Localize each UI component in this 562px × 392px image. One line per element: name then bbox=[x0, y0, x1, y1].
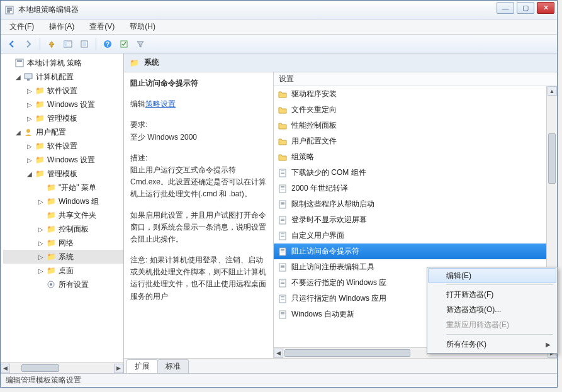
tree-hscrollbar[interactable]: ◀ ▶ bbox=[1, 362, 123, 373]
expander-icon[interactable]: ▷ bbox=[26, 87, 33, 94]
svg-rect-19 bbox=[281, 171, 284, 171]
tree-item[interactable]: 📁"开始" 菜单 bbox=[3, 181, 123, 194]
tree-all-settings[interactable]: 所有设置 bbox=[3, 277, 123, 291]
setting-icon bbox=[278, 262, 288, 272]
expander-icon[interactable]: ▷ bbox=[26, 156, 33, 164]
settings-row[interactable]: 限制这些程序从帮助启动 bbox=[274, 196, 546, 212]
settings-row[interactable]: 用户配置文件 bbox=[274, 133, 546, 149]
scroll-thumb[interactable] bbox=[284, 349, 410, 357]
tree-item[interactable]: ▷📁Windows 组 bbox=[3, 194, 123, 208]
scroll-up-icon[interactable]: ▲ bbox=[548, 86, 557, 96]
svg-rect-14 bbox=[27, 79, 30, 81]
svg-rect-21 bbox=[281, 173, 284, 174]
tree-item[interactable]: 📁共享文件夹 bbox=[3, 208, 123, 222]
settings-row-label: 用户配置文件 bbox=[291, 136, 337, 147]
folder-icon: 📁 bbox=[35, 99, 45, 109]
scroll-right-icon[interactable]: ▶ bbox=[114, 364, 123, 373]
expander-icon[interactable] bbox=[37, 281, 45, 288]
settings-row-label: 文件夹重定向 bbox=[291, 104, 337, 115]
tree-item[interactable]: ▷📁软件设置 bbox=[3, 84, 123, 98]
setting-icon bbox=[278, 278, 288, 288]
tree-item[interactable]: ◢📁管理模板 bbox=[3, 167, 123, 181]
svg-rect-24 bbox=[281, 188, 284, 188]
tree-item[interactable]: ▷📁控制面板 bbox=[3, 222, 123, 236]
tree-item[interactable]: ▷📁软件设置 bbox=[3, 139, 123, 153]
expander-icon[interactable] bbox=[6, 59, 13, 67]
tab-extended[interactable]: 扩展 bbox=[126, 359, 158, 373]
expander-icon[interactable]: ▷ bbox=[37, 239, 45, 247]
scroll-left-icon[interactable]: ◀ bbox=[1, 364, 10, 373]
settings-row-selected[interactable]: 阻止访问命令提示符 bbox=[274, 244, 546, 259]
description-text: 如果启用此设置，并且用户试图打开命令窗口，则系统会显示一条消息，说明设置会阻止此… bbox=[130, 210, 267, 246]
expander-icon[interactable]: ▷ bbox=[37, 253, 45, 260]
policy-settings-link[interactable]: 策略设置 bbox=[145, 99, 176, 108]
content-header: 📁 系统 bbox=[124, 53, 557, 72]
help-button[interactable]: ? bbox=[100, 36, 115, 52]
show-tree-button[interactable] bbox=[60, 36, 76, 52]
up-button[interactable] bbox=[44, 36, 59, 52]
tree-item[interactable]: ▷📁Windows 设置 bbox=[3, 153, 123, 167]
tab-standard[interactable]: 标准 bbox=[157, 359, 189, 373]
folder-icon: 📁 bbox=[46, 252, 56, 262]
settings-row-label: 自定义用户界面 bbox=[291, 230, 344, 241]
menu-file[interactable]: 文件(F) bbox=[6, 20, 38, 33]
edit-prefix: 编辑 bbox=[130, 99, 145, 108]
scroll-left-icon[interactable]: ◀ bbox=[274, 349, 283, 358]
expander-icon[interactable]: ◢ bbox=[26, 170, 33, 177]
expander-icon[interactable]: ▷ bbox=[37, 267, 45, 274]
tree-computer-config[interactable]: ◢ 计算机配置 bbox=[3, 70, 123, 84]
expander-icon[interactable]: ▷ bbox=[26, 142, 33, 150]
svg-rect-40 bbox=[281, 250, 284, 251]
setting-icon bbox=[278, 215, 288, 225]
scroll-thumb[interactable] bbox=[548, 133, 556, 184]
tree-item[interactable]: ▷📁Windows 设置 bbox=[3, 98, 123, 111]
settings-row[interactable]: 性能控制面板 bbox=[274, 118, 546, 133]
settings-row[interactable]: 文件夹重定向 bbox=[274, 102, 546, 118]
tree-item[interactable]: ▷📁桌面 bbox=[3, 264, 123, 277]
filter-button[interactable] bbox=[133, 36, 148, 52]
tree-root[interactable]: 本地计算机 策略 bbox=[3, 56, 123, 70]
tree-user-config[interactable]: ◢ 用户配置 bbox=[3, 125, 123, 139]
menu-view[interactable]: 查看(V) bbox=[86, 20, 118, 33]
context-edit[interactable]: 编辑(E) bbox=[428, 268, 556, 283]
context-all-tasks[interactable]: 所有任务(K)▶ bbox=[429, 337, 556, 352]
tree-item[interactable]: ▷📁管理模板 bbox=[3, 111, 123, 125]
folder-icon: 📁 bbox=[46, 238, 56, 248]
expander-icon[interactable]: ▷ bbox=[26, 101, 33, 108]
settings-row[interactable]: 驱动程序安装 bbox=[274, 86, 546, 102]
settings-row[interactable]: 登录时不显示欢迎屏幕 bbox=[274, 212, 546, 228]
settings-row[interactable]: 下载缺少的 COM 组件 bbox=[274, 165, 546, 181]
menu-action[interactable]: 操作(A) bbox=[45, 20, 78, 33]
tree-item-system[interactable]: ▷📁系统 bbox=[3, 250, 123, 264]
settings-row-label: 下载缺少的 COM 组件 bbox=[291, 167, 366, 178]
svg-rect-1 bbox=[7, 8, 12, 9]
scroll-thumb[interactable] bbox=[21, 364, 59, 372]
close-button[interactable]: ✕ bbox=[537, 2, 554, 14]
expander-icon[interactable] bbox=[37, 184, 45, 191]
expander-icon[interactable]: ▷ bbox=[37, 225, 45, 233]
forward-button[interactable] bbox=[21, 36, 36, 52]
svg-rect-51 bbox=[281, 296, 284, 297]
expander-icon[interactable]: ▷ bbox=[37, 198, 45, 205]
minimize-button[interactable]: — bbox=[497, 2, 514, 14]
context-filter-options[interactable]: 筛选器选项(O)... bbox=[429, 302, 556, 317]
expander-icon[interactable] bbox=[37, 211, 45, 219]
export-button[interactable] bbox=[77, 36, 92, 52]
expander-icon[interactable]: ◢ bbox=[14, 73, 22, 81]
edit-policy-row: 编辑策略设置 bbox=[130, 98, 267, 110]
expander-icon[interactable]: ▷ bbox=[26, 115, 33, 122]
menu-help[interactable]: 帮助(H) bbox=[126, 20, 159, 33]
settings-column-header[interactable]: 设置 bbox=[274, 72, 557, 86]
settings-row[interactable]: 2000 年世纪转译 bbox=[274, 181, 546, 196]
back-button[interactable] bbox=[4, 36, 20, 52]
settings-row[interactable]: 自定义用户界面 bbox=[274, 228, 546, 244]
settings-row[interactable]: 组策略 bbox=[274, 149, 546, 165]
tree-item[interactable]: ▷📁网络 bbox=[3, 236, 123, 250]
folder-icon: 📁 bbox=[35, 141, 45, 151]
properties-button[interactable] bbox=[116, 36, 132, 52]
tree[interactable]: 本地计算机 策略 ◢ 计算机配置 ▷📁软件设置 ▷📁Windows 设置 ▷📁管… bbox=[1, 53, 123, 362]
context-open-filter[interactable]: 打开筛选器(F) bbox=[429, 287, 556, 302]
maximize-button[interactable]: ▢ bbox=[517, 2, 534, 14]
menubar: 文件(F) 操作(A) 查看(V) 帮助(H) bbox=[1, 20, 557, 35]
expander-icon[interactable]: ◢ bbox=[14, 128, 22, 136]
